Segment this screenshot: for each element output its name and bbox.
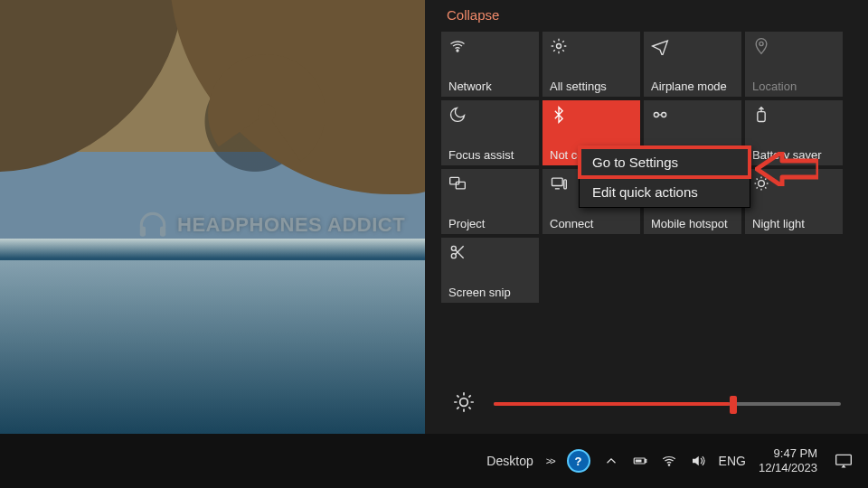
vpn-icon <box>651 106 734 124</box>
clock-date: 12/14/2023 <box>759 461 817 475</box>
svg-point-3 <box>557 44 561 49</box>
language-indicator[interactable]: ENG <box>719 454 746 468</box>
tile-airplane-mode[interactable]: Airplane mode <box>644 32 741 97</box>
wifi-icon[interactable] <box>661 453 677 469</box>
collapse-button[interactable]: Collapse <box>441 4 852 32</box>
all-settings-icon <box>550 37 633 55</box>
tile-project[interactable]: Project <box>441 169 539 234</box>
svg-point-6 <box>662 113 666 117</box>
brightness-slider[interactable] <box>494 402 841 406</box>
menu-item-edit-quick-actions[interactable]: Edit quick actions <box>580 177 750 207</box>
svg-rect-18 <box>645 460 646 463</box>
project-icon <box>448 174 532 192</box>
brightness-thumb[interactable] <box>730 396 737 414</box>
svg-point-20 <box>668 465 670 466</box>
watermark-text: HEADPHONES ADDICT <box>177 213 405 237</box>
svg-rect-9 <box>456 182 465 189</box>
action-center-icon[interactable] <box>830 447 857 474</box>
action-center-panel: Collapse NetworkAll settingsAirplane mod… <box>425 0 868 434</box>
tray-overflow-chevron-icon[interactable] <box>603 453 619 469</box>
headphones-icon <box>136 208 170 242</box>
tile-label: Night light <box>752 217 835 230</box>
svg-rect-7 <box>758 112 765 122</box>
taskbar: Desktop >> ? ENG 9:47 PM 12/14/2023 <box>0 434 868 488</box>
clock-time: 9:47 PM <box>759 446 817 461</box>
location-icon <box>752 37 835 55</box>
airplane-mode-icon <box>651 37 734 55</box>
screen-snip-icon <box>448 243 532 261</box>
focus-assist-icon <box>448 106 532 124</box>
network-icon <box>448 37 532 55</box>
watermark: HEADPHONES ADDICT <box>136 208 405 242</box>
desktop-toolbar-chevron-icon[interactable]: >> <box>546 455 554 466</box>
svg-rect-1 <box>160 227 165 237</box>
tile-label: All settings <box>550 80 633 93</box>
tile-label: Project <box>448 217 532 230</box>
tile-all-settings[interactable]: All settings <box>542 32 640 97</box>
bluetooth-icon <box>550 106 633 124</box>
clock[interactable]: 9:47 PM 12/14/2023 <box>759 446 817 476</box>
tile-label: Screen snip <box>448 286 532 299</box>
volume-icon[interactable] <box>690 453 706 469</box>
svg-rect-8 <box>450 177 459 184</box>
svg-rect-19 <box>635 460 641 463</box>
svg-point-4 <box>760 42 763 45</box>
svg-point-2 <box>457 50 458 52</box>
battery-icon[interactable] <box>632 453 648 469</box>
tile-label: Connect <box>550 217 633 230</box>
tile-label: Location <box>752 80 835 93</box>
svg-rect-21 <box>836 455 852 465</box>
tile-label: Airplane mode <box>651 80 734 93</box>
tile-location[interactable]: Location <box>745 32 843 97</box>
svg-rect-10 <box>552 178 563 185</box>
svg-point-5 <box>654 113 658 117</box>
help-icon[interactable]: ? <box>567 449 590 473</box>
tile-screen-snip[interactable]: Screen snip <box>441 238 539 303</box>
svg-rect-0 <box>140 227 146 237</box>
annotation-arrow <box>755 152 818 190</box>
battery-saver-icon <box>752 106 835 124</box>
brightness-slider-row <box>452 390 841 418</box>
tile-label: Focus assist <box>448 148 532 162</box>
tile-network[interactable]: Network <box>441 32 539 97</box>
tile-label: Network <box>448 80 532 93</box>
tile-focus-assist[interactable]: Focus assist <box>441 100 539 165</box>
desktop-toolbar-label[interactable]: Desktop <box>486 454 533 468</box>
menu-item-go-to-settings[interactable]: Go to Settings <box>580 147 750 177</box>
tile-context-menu: Go to SettingsEdit quick actions <box>579 146 750 208</box>
tile-label: Mobile hotspot <box>651 217 734 230</box>
svg-rect-11 <box>564 180 567 189</box>
brightness-icon <box>452 390 476 418</box>
svg-point-16 <box>460 399 468 407</box>
